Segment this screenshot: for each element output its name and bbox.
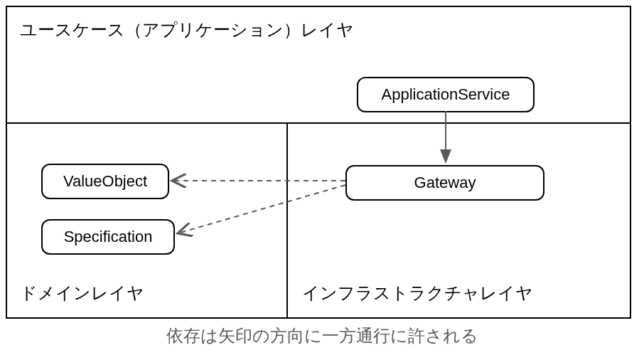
- specification-node: Specification: [41, 219, 175, 255]
- layered-architecture-diagram: ユースケース（アプリケーション）レイヤ ドメインレイヤ インフラストラクチャレイ…: [6, 6, 631, 319]
- diagram-caption: 依存は矢印の方向に一方通行に許される: [0, 324, 644, 347]
- infrastructure-layer-title: インフラストラクチャレイヤ: [302, 282, 533, 305]
- domain-layer-title: ドメインレイヤ: [20, 282, 144, 305]
- value-object-node: ValueObject: [41, 164, 169, 199]
- application-service-node: ApplicationService: [357, 77, 535, 112]
- usecase-layer: ユースケース（アプリケーション）レイヤ: [7, 7, 630, 124]
- infrastructure-layer: インフラストラクチャレイヤ: [289, 124, 630, 317]
- usecase-layer-title: ユースケース（アプリケーション）レイヤ: [20, 18, 354, 41]
- gateway-node: Gateway: [345, 165, 544, 201]
